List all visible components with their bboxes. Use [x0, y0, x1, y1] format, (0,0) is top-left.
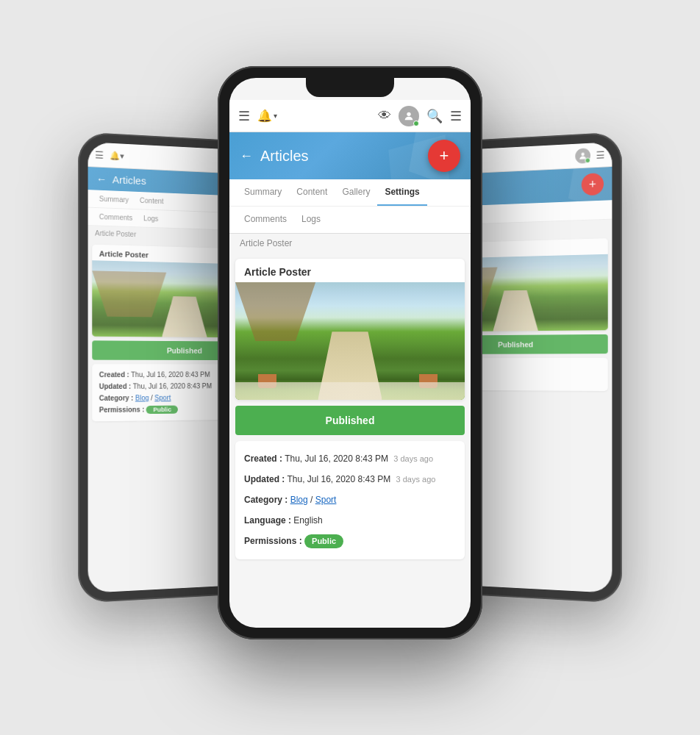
center-meta-updated: Updated : Thu, Jul 16, 2020 8:43 PM 3 da… — [244, 469, 456, 490]
svg-point-2 — [407, 112, 410, 115]
center-menu-icon[interactable]: ☰ — [238, 108, 250, 124]
center-meta-created: Created : Thu, Jul 16, 2020 8:43 PM 3 da… — [244, 448, 456, 469]
center-section-label: Article Poster — [229, 234, 471, 253]
center-list-icon[interactable]: ☰ — [450, 108, 462, 124]
center-header-title: ← Articles — [240, 148, 309, 165]
center-card-title: Article Poster — [235, 259, 465, 282]
left-tab-comments[interactable]: Comments — [93, 208, 138, 227]
center-header: ← Articles + — [229, 132, 471, 179]
right-icons-group: 👁 🔍 ☰ — [378, 106, 462, 126]
center-permissions-badge: Public — [304, 534, 343, 548]
center-tab-settings[interactable]: Settings — [377, 179, 426, 206]
center-search-icon[interactable]: 🔍 — [426, 108, 443, 124]
center-tabs-row1: Summary Content Gallery Settings — [229, 179, 471, 207]
center-tab-gallery[interactable]: Gallery — [335, 179, 377, 206]
left-tab-logs[interactable]: Logs — [138, 209, 164, 227]
center-back-arrow[interactable]: ← — [240, 148, 253, 164]
left-icons-group: ☰ 🔔 ▾ — [238, 108, 277, 124]
right-fab-btn[interactable]: + — [582, 173, 604, 196]
center-bell-container: 🔔 ▾ — [257, 109, 277, 123]
center-tab-content[interactable]: Content — [289, 179, 335, 206]
left-menu-icon[interactable]: ☰ — [95, 149, 104, 161]
center-meta-section: Created : Thu, Jul 16, 2020 8:43 PM 3 da… — [235, 441, 465, 559]
center-bell-arrow[interactable]: ▾ — [274, 112, 277, 120]
center-screen: ☰ 🔔 ▾ 👁 🔍 ☰ — [229, 78, 471, 628]
center-meta-language: Language : English — [244, 510, 456, 531]
right-list-icon[interactable]: ☰ — [596, 149, 605, 161]
center-category-blog-link[interactable]: Blog — [290, 495, 308, 505]
left-header-title: ← Articles — [96, 173, 146, 187]
center-category-sport-link[interactable]: Sport — [315, 495, 337, 505]
center-avatar — [399, 106, 419, 126]
left-tab-content[interactable]: Content — [135, 192, 169, 210]
center-tab-summary[interactable]: Summary — [237, 179, 289, 206]
center-meta-category: Category : Blog / Sport — [244, 490, 456, 510]
center-screen-content: ☰ 🔔 ▾ 👁 🔍 ☰ — [229, 78, 471, 628]
center-fab-btn[interactable]: + — [428, 140, 460, 172]
right-avatar — [575, 148, 590, 164]
center-bell-icon[interactable]: 🔔 — [257, 109, 272, 123]
center-tabs-row2: Comments Logs — [229, 207, 471, 234]
scene: ☰ 🔔▾ ← Articles — [56, 29, 644, 706]
left-back-arrow[interactable]: ← — [96, 173, 107, 185]
center-tab-logs[interactable]: Logs — [294, 207, 328, 233]
svg-point-1 — [581, 152, 584, 156]
center-eye-icon[interactable]: 👁 — [378, 108, 391, 123]
center-published-btn[interactable]: Published — [235, 406, 465, 435]
center-card-image — [235, 282, 465, 400]
left-tab-summary[interactable]: Summary — [93, 190, 134, 209]
left-bell-icon[interactable]: 🔔▾ — [110, 151, 124, 161]
center-top-bar: ☰ 🔔 ▾ 👁 🔍 ☰ — [229, 100, 471, 132]
center-app-title: Articles — [260, 148, 309, 165]
center-article-card: Article Poster — [235, 259, 465, 400]
center-meta-permissions: Permissions : Public — [244, 531, 456, 552]
phone-notch — [306, 78, 394, 97]
phone-center: ☰ 🔔 ▾ 👁 🔍 ☰ — [218, 66, 482, 639]
center-tab-comments[interactable]: Comments — [237, 207, 294, 233]
